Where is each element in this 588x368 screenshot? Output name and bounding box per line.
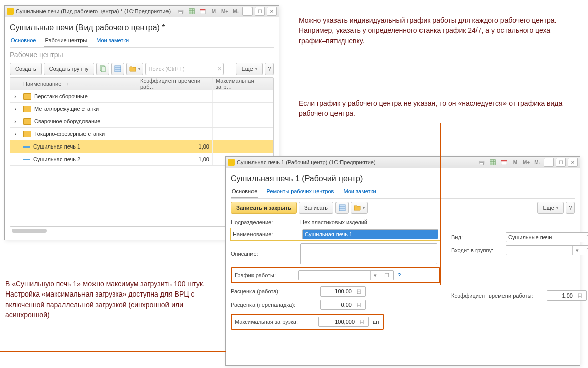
titlebar[interactable]: Сушильные печи (Вид рабочего центра) * (… bbox=[5, 6, 279, 17]
folder-icon bbox=[23, 118, 31, 125]
calc-icon[interactable]: ⌸ bbox=[357, 317, 366, 326]
m-button[interactable]: M bbox=[209, 7, 218, 15]
table-header: Наименование↓ Коэффициент времени раб… М… bbox=[10, 78, 273, 90]
tab-my-notes[interactable]: Мои заметки bbox=[95, 35, 130, 47]
m-button[interactable]: M bbox=[511, 158, 520, 166]
row-rate-setup: Расценка (переналадка): 0,00 ⌸ bbox=[231, 300, 440, 310]
col-load[interactable]: Максимальная загр… bbox=[213, 78, 273, 90]
grid-icon[interactable] bbox=[488, 158, 497, 166]
expand-icon[interactable]: › bbox=[10, 115, 20, 127]
kind-input[interactable]: Сушильные печи ☐ bbox=[506, 232, 588, 242]
folder-icon bbox=[23, 93, 31, 100]
table-row[interactable]: › Токарно-фрезерные станки bbox=[10, 128, 273, 140]
row-group: Входит в группу: ▾ ☐ bbox=[451, 245, 588, 255]
label-coef: Коэффициент времени работы: bbox=[451, 292, 543, 299]
svg-rect-14 bbox=[501, 160, 507, 162]
maximize-button[interactable]: ☐ bbox=[556, 158, 566, 167]
max-load-input[interactable]: 100,000 ⌸ bbox=[318, 317, 369, 327]
create-group-button[interactable]: Создать группу bbox=[44, 63, 94, 75]
desc-textarea[interactable] bbox=[300, 243, 437, 264]
minimize-button[interactable]: _ bbox=[242, 7, 253, 16]
note-mid: Если график у рабочего центра не указан,… bbox=[299, 98, 575, 119]
more-button[interactable]: Еще▾ bbox=[537, 202, 563, 214]
print-icon[interactable] bbox=[176, 7, 185, 15]
group-input[interactable]: ▾ ☐ bbox=[506, 245, 588, 255]
print-icon[interactable] bbox=[477, 158, 486, 166]
svg-rect-2 bbox=[179, 12, 183, 14]
search-input[interactable]: Поиск (Ctrl+F) ✕ bbox=[145, 63, 224, 75]
tab-my-notes[interactable]: Мои заметки bbox=[342, 186, 377, 198]
page-title: Сушильная печь 1 (Рабочий центр) bbox=[231, 174, 575, 183]
search-placeholder: Поиск (Ctrl+F) bbox=[149, 66, 185, 72]
list-button[interactable] bbox=[335, 202, 349, 214]
tab-main[interactable]: Основное bbox=[231, 186, 258, 198]
list-toolbar: Создать Создать группу ▾ Поиск (Ctrl+F) … bbox=[10, 63, 274, 75]
titlebar[interactable]: Сушильная печь 1 (Рабочий центр) (1С:Пре… bbox=[226, 157, 580, 168]
rate-work-input[interactable]: 100,00 ⌸ bbox=[320, 286, 366, 297]
name-input[interactable]: Сушильная печь 1 bbox=[302, 229, 438, 239]
calc-icon[interactable]: ⌸ bbox=[354, 287, 363, 296]
svg-rect-3 bbox=[189, 9, 195, 14]
m-minus-button[interactable]: M- bbox=[231, 7, 240, 15]
label-schedule: График работы: bbox=[235, 272, 294, 278]
label-desc: Описание: bbox=[231, 251, 296, 257]
dropdown-icon[interactable]: ▾ bbox=[370, 271, 380, 280]
create-button[interactable]: Создать bbox=[10, 63, 42, 75]
label-kind: Вид: bbox=[451, 234, 501, 240]
help-icon[interactable]: ? bbox=[398, 272, 401, 278]
tab-repairs[interactable]: Ремонты рабочих центров bbox=[265, 186, 335, 198]
table-row[interactable]: › Сварочное оборудование bbox=[10, 115, 273, 128]
tab-work-centers[interactable]: Рабочие центры bbox=[44, 35, 88, 47]
svg-rect-10 bbox=[480, 160, 484, 162]
grid-icon[interactable] bbox=[187, 7, 196, 15]
calc-icon[interactable]: ⌸ bbox=[575, 291, 584, 300]
table-row[interactable]: Сушильная печь 1 1,00 bbox=[10, 140, 273, 153]
save-close-button[interactable]: Записать и закрыть bbox=[231, 202, 297, 214]
col-coef[interactable]: Коэффициент времени раб… bbox=[137, 78, 213, 90]
minimize-button[interactable]: _ bbox=[544, 158, 554, 167]
coef-input[interactable]: 1,00 ⌸ bbox=[547, 290, 587, 301]
leaf-icon bbox=[23, 146, 30, 148]
label-rate-work: Расценка (работа): bbox=[231, 288, 316, 295]
help-button[interactable]: ? bbox=[566, 202, 575, 214]
row-desc: Описание: bbox=[231, 243, 440, 264]
clear-search-icon[interactable]: ✕ bbox=[217, 66, 222, 72]
close-button[interactable]: ✕ bbox=[267, 7, 277, 16]
folder-button[interactable]: ▾ bbox=[126, 63, 143, 75]
note-left: В «Сушильную печь 1» можно максимум загр… bbox=[5, 279, 206, 320]
m-plus-button[interactable]: M+ bbox=[522, 158, 531, 166]
tab-bar: Основное Рабочие центры Мои заметки bbox=[10, 35, 274, 48]
calc-icon[interactable]: ⌸ bbox=[354, 300, 363, 309]
schedule-input[interactable]: ▾ ☐ bbox=[298, 270, 394, 280]
close-button[interactable]: ✕ bbox=[568, 158, 578, 167]
label-group: Входит в группу: bbox=[451, 247, 501, 253]
col-name[interactable]: Наименование↓ bbox=[20, 78, 137, 90]
save-button[interactable]: Записать bbox=[299, 202, 333, 214]
tab-main[interactable]: Основное bbox=[10, 35, 37, 47]
open-icon[interactable]: ☐ bbox=[584, 246, 588, 255]
expand-icon[interactable]: › bbox=[10, 103, 20, 115]
calendar-icon[interactable] bbox=[499, 158, 509, 166]
table-row[interactable]: › Верстаки сборочные bbox=[10, 90, 273, 103]
expand-icon[interactable]: › bbox=[10, 128, 20, 140]
row-kind: Вид: Сушильные печи ☐ bbox=[451, 232, 588, 242]
title-text: Сушильная печь 1 (Рабочий центр) (1С:Пре… bbox=[237, 159, 376, 165]
table-row[interactable]: › Металлорежущие станки bbox=[10, 103, 273, 115]
m-plus-button[interactable]: M+ bbox=[220, 7, 229, 15]
expand-icon[interactable]: › bbox=[10, 90, 20, 102]
open-icon[interactable]: ☐ bbox=[584, 233, 588, 242]
dropdown-icon[interactable]: ▾ bbox=[572, 246, 582, 255]
m-minus-button[interactable]: M- bbox=[533, 158, 542, 166]
copy-button[interactable] bbox=[96, 63, 109, 75]
folder-button[interactable]: ▾ bbox=[351, 202, 368, 214]
max-load-unit: шт bbox=[373, 319, 380, 325]
page-title: Сушильные печи (Вид рабочего центра) * bbox=[10, 23, 274, 32]
rate-setup-input[interactable]: 0,00 ⌸ bbox=[320, 300, 366, 310]
calendar-icon[interactable] bbox=[198, 7, 207, 15]
maximize-button[interactable]: ☐ bbox=[255, 7, 265, 16]
more-button[interactable]: Еще▾ bbox=[236, 63, 262, 75]
list-button[interactable] bbox=[111, 63, 124, 75]
svg-rect-7 bbox=[101, 67, 105, 72]
open-icon[interactable]: ☐ bbox=[382, 271, 391, 280]
help-button[interactable]: ? bbox=[265, 63, 274, 75]
